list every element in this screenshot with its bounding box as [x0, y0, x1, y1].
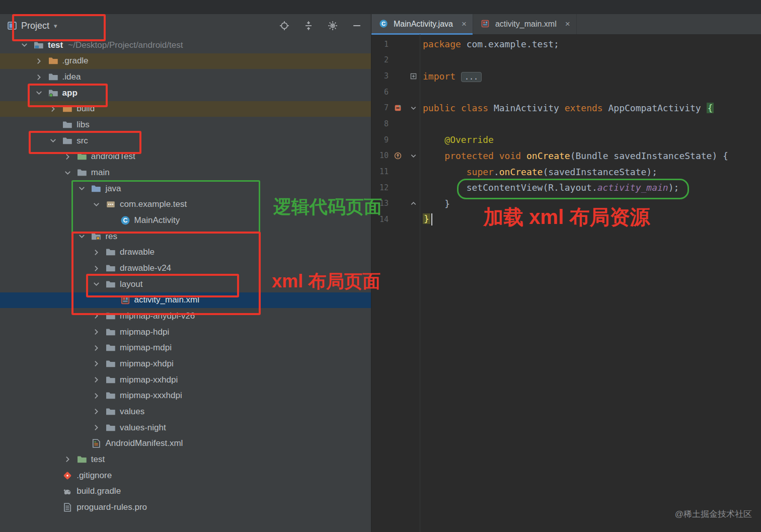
file-icon: [62, 502, 72, 512]
chevron-right-icon[interactable]: [92, 392, 106, 400]
chevron-down-icon[interactable]: [92, 200, 106, 209]
chevron-down-icon[interactable]: [63, 169, 77, 177]
tree-item-test[interactable]: test: [0, 451, 371, 468]
chevron-down-icon[interactable]: [49, 136, 62, 145]
editor-tab-MainActivity.java[interactable]: CMainActivity.java×: [371, 14, 473, 34]
tree-item-mipmap-hdpi[interactable]: mipmap-hdpi: [0, 324, 371, 340]
folder-test-icon: [77, 454, 87, 465]
chevron-right-icon[interactable]: [92, 344, 106, 352]
tree-item-values-night[interactable]: values-night: [0, 420, 371, 436]
code-line-3: 3import ...: [371, 68, 761, 84]
tree-item-values[interactable]: values: [0, 404, 371, 420]
tree-item-path: ~/Desktop/Project/android/test: [68, 40, 183, 50]
tree-item-main[interactable]: main: [0, 165, 371, 181]
project-tool-icon: [7, 21, 17, 31]
tree-item-mipmap-xhdpi[interactable]: mipmap-xhdpi: [0, 356, 371, 372]
tree-item-.gradle[interactable]: .gradle: [0, 53, 371, 69]
tree-item-AndroidManifest.xml[interactable]: AndroidManifest.xml: [0, 435, 371, 451]
fold-down-icon[interactable]: [407, 152, 420, 160]
settings-icon[interactable]: [328, 21, 338, 31]
chevron-right-icon[interactable]: [92, 423, 106, 432]
line-number: 7: [371, 103, 389, 112]
fold-down-icon[interactable]: [407, 104, 420, 112]
chevron-right-icon[interactable]: [63, 153, 77, 161]
chevron-right-icon[interactable]: [35, 57, 48, 65]
tree-item-label: build: [77, 104, 95, 114]
close-icon[interactable]: ×: [565, 19, 570, 29]
text-cursor: [431, 213, 432, 225]
chevron-down-icon[interactable]: [20, 41, 34, 49]
tree-item-com.example.test[interactable]: com.example.test: [0, 197, 371, 213]
layout-xml-icon: [481, 19, 491, 29]
tree-item-test[interactable]: test~/Desktop/Project/android/test: [0, 37, 371, 53]
tree-item-src[interactable]: src: [0, 133, 371, 149]
hide-icon[interactable]: [352, 21, 362, 31]
chevron-right-icon[interactable]: [92, 264, 106, 273]
chevron-right-icon[interactable]: [92, 375, 106, 384]
chevron-down-icon[interactable]: [78, 184, 91, 193]
tree-item-mipmap-anydpi-v26[interactable]: mipmap-anydpi-v26: [0, 308, 371, 324]
close-icon[interactable]: ×: [462, 19, 467, 29]
tree-item-label: AndroidManifest.xml: [105, 438, 183, 448]
tree-item-res[interactable]: res: [0, 229, 371, 245]
tree-item-drawable-v24[interactable]: drawable-v24: [0, 260, 371, 276]
code-text: import ...: [420, 71, 482, 82]
chevron-down-icon[interactable]: ▾: [54, 22, 57, 30]
line-number: 1: [371, 40, 389, 49]
chevron-right-icon[interactable]: [63, 455, 77, 464]
tree-item-build[interactable]: build: [0, 101, 371, 117]
tree-item-proguard-rules.pro[interactable]: proguard-rules.pro: [0, 499, 371, 515]
editor-tab-activity_main.xml[interactable]: activity_main.xml×: [473, 14, 577, 34]
watermark: @稀土掘金技术社区: [675, 508, 752, 520]
tree-item-mipmap-mdpi[interactable]: mipmap-mdpi: [0, 340, 371, 356]
line-number: 6: [371, 88, 389, 97]
gutter-class-icon[interactable]: [389, 104, 407, 112]
chevron-down-icon[interactable]: [78, 232, 91, 241]
line-number: 9: [371, 135, 389, 144]
chevron-right-icon[interactable]: [92, 328, 106, 336]
layout-xml-icon: [120, 295, 130, 305]
chevron-down-icon[interactable]: [35, 89, 48, 97]
chevron-right-icon[interactable]: [92, 359, 106, 368]
chevron-right-icon[interactable]: [92, 248, 106, 257]
fold-plus-icon[interactable]: [407, 72, 420, 80]
tree-item-label: values: [120, 407, 144, 417]
tree-item-label: res: [105, 232, 117, 242]
tree-item-layout[interactable]: layout: [0, 276, 371, 292]
fold-up-icon[interactable]: [407, 200, 420, 207]
gutter-override-icon[interactable]: [389, 151, 407, 160]
tree-item-libs[interactable]: libs: [0, 117, 371, 133]
tree-item-.idea[interactable]: .idea: [0, 69, 371, 85]
tree-item-mipmap-xxxhdpi[interactable]: mipmap-xxxhdpi: [0, 388, 371, 404]
tree-item-app[interactable]: app: [0, 85, 371, 101]
tree-item-drawable[interactable]: drawable: [0, 245, 371, 261]
tree-item-label: build.gradle: [77, 486, 121, 496]
chevron-right-icon[interactable]: [49, 105, 62, 113]
folder-gradle-icon: [48, 56, 58, 66]
code-editor[interactable]: 1package com.example.test;23import ...67…: [371, 36, 761, 227]
folder-icon: [106, 391, 116, 401]
code-text: super.onCreate(savedInstanceState);: [420, 167, 657, 177]
folder-icon: [106, 423, 116, 433]
folder-icon: [62, 136, 72, 146]
chevron-right-icon[interactable]: [92, 407, 106, 416]
tree-item-label: androidTest: [91, 151, 135, 162]
tree-item-.gitignore[interactable]: .gitignore: [0, 468, 371, 484]
chevron-right-icon[interactable]: [92, 312, 106, 320]
line-number: 13: [371, 199, 389, 208]
tree-item-mipmap-xxhdpi[interactable]: mipmap-xxhdpi: [0, 372, 371, 388]
tree-item-MainActivity[interactable]: CMainActivity: [0, 212, 371, 229]
tree-item-activity_main.xml[interactable]: activity_main.xml: [0, 292, 371, 309]
folder-icon: [106, 247, 116, 257]
tree-item-androidTest[interactable]: androidTest: [0, 149, 371, 165]
chevron-right-icon[interactable]: [35, 73, 48, 82]
locate-icon[interactable]: [279, 21, 289, 31]
tree-item-java[interactable]: java: [0, 181, 371, 197]
code-text: @Override: [420, 134, 494, 145]
collapse-all-icon[interactable]: [303, 21, 314, 31]
chevron-down-icon[interactable]: [92, 280, 106, 288]
svg-text:C: C: [123, 217, 127, 224]
project-panel-title[interactable]: Project: [21, 21, 49, 31]
gitignore-icon: [62, 471, 72, 481]
tree-item-build.gradle[interactable]: build.gradle: [0, 483, 371, 499]
